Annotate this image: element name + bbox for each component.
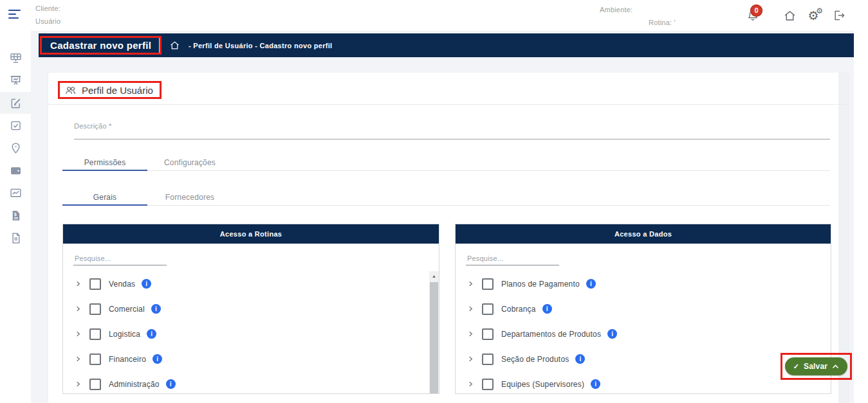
home-button[interactable]	[782, 8, 797, 23]
info-icon[interactable]: i	[152, 354, 162, 364]
breadcrumb-home-link[interactable]	[169, 40, 180, 51]
section-title: Perfil de Usuário	[82, 85, 153, 96]
expand-chevron-icon[interactable]	[467, 381, 474, 388]
tab-label: Configurações	[164, 158, 216, 167]
info-icon[interactable]: i	[586, 279, 596, 289]
tab-configuracoes[interactable]: Configurações	[147, 154, 232, 170]
tab-gerais[interactable]: Gerais	[62, 189, 147, 205]
sidebar-item-tasks[interactable]	[0, 114, 31, 136]
breadcrumb: - Perfil de Usuário - Cadastro novo perf…	[189, 42, 332, 49]
panel-title: Acesso a Dados	[456, 224, 831, 244]
info-icon[interactable]: i	[147, 329, 156, 339]
sidebar-item-edit[interactable]	[0, 92, 31, 114]
expand-chevron-icon[interactable]	[75, 355, 82, 363]
expand-chevron-icon[interactable]	[75, 381, 82, 388]
item-label: Departamentos de Produtos	[501, 330, 601, 339]
tab-fornecedores[interactable]: Fornecedores	[147, 189, 232, 205]
sidebar-item-location[interactable]	[0, 137, 31, 159]
info-icon[interactable]: i	[142, 279, 151, 289]
notifications-button[interactable]: 0	[745, 8, 761, 23]
info-icon[interactable]: i	[607, 329, 617, 339]
app-header-bar: Cadastrar novo perfil - Perfil de Usuári…	[39, 33, 854, 57]
expand-chevron-icon[interactable]	[467, 305, 474, 312]
sidebar-item-storefront[interactable]	[0, 47, 31, 69]
page-title: Cadastrar novo perfil	[50, 40, 151, 51]
expand-chevron-icon[interactable]	[75, 280, 82, 287]
item-checkbox[interactable]	[482, 328, 494, 340]
item-checkbox[interactable]	[89, 354, 101, 365]
storefront-icon	[9, 51, 23, 65]
logout-icon	[833, 9, 845, 22]
sidebar-item-invoice[interactable]: $	[0, 204, 31, 226]
item-checkbox[interactable]	[482, 278, 494, 290]
description-input[interactable]	[74, 129, 830, 139]
sidebar-item-presentation[interactable]	[0, 69, 31, 91]
tree-item: Seção de Produtos i	[456, 346, 831, 372]
expand-chevron-icon[interactable]	[75, 330, 82, 337]
panel-title: Acesso a Rotinas	[63, 224, 439, 244]
usuario-label: Usuário	[35, 17, 60, 25]
dados-tree: Planos de Pagamento i Cobrança i	[456, 271, 831, 394]
logout-button[interactable]	[831, 8, 847, 23]
home-icon	[783, 9, 797, 22]
wallet-icon	[9, 164, 23, 177]
tab-permissoes[interactable]: Permissões	[62, 154, 147, 170]
settings-button[interactable]: ⚙ ⚙	[806, 8, 821, 23]
scrollbar-thumb[interactable]	[430, 282, 438, 393]
rotina-label: Rotina: '	[649, 19, 676, 26]
item-checkbox[interactable]	[482, 303, 494, 315]
item-checkbox[interactable]	[89, 303, 101, 315]
expand-chevron-icon[interactable]	[467, 330, 474, 337]
sidebar-item-wallet[interactable]	[0, 159, 31, 181]
dados-search-input[interactable]	[466, 252, 559, 265]
tree-item: Administração i	[63, 372, 439, 394]
info-icon[interactable]: i	[166, 379, 176, 389]
rotinas-scrollbar[interactable]: ▲	[429, 271, 439, 393]
notification-badge: 0	[750, 4, 762, 17]
rotinas-search-input[interactable]	[73, 252, 167, 265]
tab-label: Permissões	[84, 158, 126, 167]
breadcrumb-home-icon	[169, 40, 180, 51]
sidebar-item-chart[interactable]	[0, 182, 31, 204]
annotation-box-section: Perfil de Usuário	[58, 81, 162, 99]
item-checkbox[interactable]	[89, 278, 101, 290]
info-icon[interactable]: i	[151, 304, 161, 314]
ambiente-label: Ambiente:	[600, 6, 633, 13]
topbar: Cliente: Usuário Ambiente: Rotina: ' 0 ⚙…	[0, 0, 868, 31]
expand-chevron-icon[interactable]	[467, 355, 474, 363]
item-checkbox[interactable]	[89, 328, 101, 340]
item-label: Equipes (Supervisores)	[501, 380, 584, 389]
item-checkbox[interactable]	[482, 354, 494, 365]
menu-icon[interactable]	[8, 10, 23, 20]
invoice-icon: $	[9, 209, 23, 222]
svg-text:$: $	[14, 211, 17, 217]
tab-bar: Permissões Configurações	[62, 154, 830, 171]
chevron-up-icon	[832, 364, 839, 369]
line-chart-icon	[9, 186, 23, 200]
section-divider	[48, 104, 848, 105]
expand-chevron-icon[interactable]	[75, 305, 82, 312]
item-checkbox[interactable]	[482, 379, 494, 390]
scroll-up-button[interactable]: ▲	[429, 271, 439, 281]
subtab-bar: Gerais Fornecedores	[62, 189, 830, 206]
info-icon[interactable]: i	[591, 379, 600, 389]
tree-item: Vendas i	[63, 271, 439, 296]
sidebar: $	[0, 31, 31, 403]
cliente-label: Cliente:	[35, 4, 60, 12]
edit-icon	[9, 96, 23, 110]
tree-item: Comercial i	[63, 296, 439, 321]
tab-label: Fornecedores	[165, 193, 214, 202]
content-card: Perfil de Usuário Descrição * Permissões…	[48, 73, 848, 403]
item-checkbox[interactable]	[89, 379, 101, 390]
rotinas-tree: Vendas i Comercial i	[63, 271, 439, 394]
permission-panels: Acesso a Rotinas Vendas i	[62, 224, 831, 394]
expand-chevron-icon[interactable]	[467, 280, 474, 287]
tree-item: Cobrança i	[456, 296, 831, 321]
settings-gear-small-icon: ⚙	[816, 7, 823, 15]
info-icon[interactable]: i	[575, 354, 585, 364]
sidebar-item-document[interactable]	[0, 227, 31, 249]
info-icon[interactable]: i	[542, 304, 552, 314]
item-label: Financeiro	[109, 355, 146, 364]
save-button[interactable]: ✓ Salvar	[785, 357, 847, 375]
tree-item: Planos de Pagamento i	[456, 271, 831, 296]
